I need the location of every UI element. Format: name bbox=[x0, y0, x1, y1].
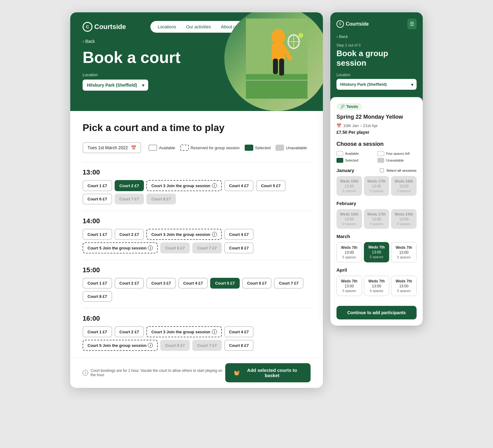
court-btn-3-2[interactable]: Court 3 Join the group sessioni bbox=[146, 326, 222, 337]
session-slot-1-0: Weds 10th 13:00 0 spaces bbox=[336, 209, 362, 229]
court-btn-3-5: Court 6 £7 bbox=[160, 340, 190, 351]
mobile-card: 🎾 Tennis Spring 22 Monday Yellow 📅 10th … bbox=[330, 97, 423, 326]
court-btn-2-7[interactable]: Court 8 £7 bbox=[83, 291, 112, 302]
slot-time: 13:00 bbox=[393, 184, 414, 188]
court-btn-2-5[interactable]: Court 6 £7 bbox=[242, 278, 272, 289]
slot-day: Weds 7th bbox=[339, 279, 359, 283]
session-slot-0-2: Weds 24th 13:00 0 spaces bbox=[391, 176, 417, 196]
mobile-location-select-wrap: Hilsbury Park (Sheffield) Meadowhill (Sh… bbox=[336, 79, 417, 90]
slot-spaces: 5 spaces bbox=[394, 289, 414, 293]
court-btn-1-2[interactable]: Court 3 Join the group sessioni bbox=[146, 229, 222, 240]
slot-time: 13:00 bbox=[394, 284, 414, 288]
court-btn-3-6: Court 7 £7 bbox=[192, 340, 222, 351]
slot-spaces: 0 spaces bbox=[393, 222, 414, 226]
court-btn-0-1[interactable]: Court 2 £7 bbox=[115, 180, 144, 191]
selected-box bbox=[245, 145, 253, 151]
court-btn-2-0[interactable]: Court 1 £7 bbox=[83, 278, 112, 289]
session-slot-3-2[interactable]: Weds 7th 13:00 5 spaces bbox=[391, 276, 417, 296]
ml-unavailable: Unavailable bbox=[377, 158, 417, 163]
court-btn-1-0[interactable]: Court 1 £7 bbox=[83, 229, 112, 240]
ml-few-spaces: Few spaces left bbox=[377, 151, 417, 156]
court-btn-0-0[interactable]: Court 1 £7 bbox=[83, 180, 112, 191]
date-value: Tues 1st March 2022 bbox=[88, 145, 128, 150]
date-picker[interactable]: Tues 1st March 2022 📅 bbox=[83, 142, 141, 153]
slot-day: Weds 17th bbox=[366, 179, 387, 183]
time-row-14:00: 14:00Court 1 £7Court 2 £7Court 3 Join th… bbox=[83, 211, 311, 260]
slot-time: 13:00 bbox=[366, 250, 387, 254]
slot-time: 13:00 bbox=[339, 250, 359, 255]
court-btn-1-3[interactable]: Court 4 £7 bbox=[224, 229, 254, 240]
time-row-13:00: 13:00Court 1 £7Court 2 £7Court 3 Join th… bbox=[83, 162, 311, 211]
session-slot-2-0[interactable]: Weds 7th 13:00 5 spaces bbox=[336, 242, 362, 262]
slot-spaces: 0 spaces bbox=[339, 189, 360, 193]
slot-spaces: 5 spaces bbox=[394, 255, 414, 259]
info-icon: i bbox=[212, 232, 217, 237]
sport-badge: 🎾 Tennis bbox=[336, 103, 362, 110]
slot-spaces: 5 spaces bbox=[366, 255, 387, 259]
court-btn-0-5[interactable]: Court 6 £7 bbox=[83, 194, 112, 204]
footer-note: i Court bookings are for 1 hour. Vacate … bbox=[83, 368, 225, 377]
month-title-0: January Select all sessions bbox=[336, 168, 417, 173]
hamburger-button[interactable]: ☰ bbox=[407, 18, 417, 29]
session-dates: 📅 10th Jan – 21st Apr bbox=[336, 123, 417, 128]
nav-locations[interactable]: Locations bbox=[158, 24, 176, 29]
ml-few-box bbox=[377, 151, 384, 156]
court-btn-0-4[interactable]: Court 5 £7 bbox=[256, 180, 286, 191]
court-btn-1-7[interactable]: Court 8 £7 bbox=[224, 242, 254, 253]
month-section-february: February Weds 10th 13:00 0 spaces Weds 1… bbox=[336, 201, 417, 229]
month-name-3: April bbox=[336, 267, 347, 273]
court-btn-2-3[interactable]: Court 4 £7 bbox=[178, 278, 208, 289]
month-section-april: April Weds 7th 13:00 5 spaces Weds 7th 1… bbox=[336, 267, 417, 296]
sessions-row-2: Weds 7th 13:00 5 spaces Weds 7th 13:00 5… bbox=[336, 242, 417, 262]
court-btn-1-1[interactable]: Court 2 £7 bbox=[115, 229, 144, 240]
court-btn-3-0[interactable]: Court 1 £7 bbox=[83, 326, 112, 337]
page-subtitle: Pick a court and a time to play bbox=[83, 122, 311, 134]
session-title: Spring 22 Monday Yellow bbox=[336, 114, 417, 120]
court-btn-2-4[interactable]: Court 5 £7 bbox=[210, 278, 240, 289]
court-btn-2-1[interactable]: Court 2 £7 bbox=[115, 278, 144, 289]
mobile-title: Book a group session bbox=[336, 49, 417, 68]
sessions-row-0: Weds 10th 13:00 0 spaces Weds 17th 13:00… bbox=[336, 176, 417, 196]
session-slot-3-0[interactable]: Weds 7th 13:00 5 spaces bbox=[336, 276, 362, 296]
legend-selected: Selected bbox=[245, 145, 271, 151]
court-btn-0-2[interactable]: Court 3 Join the group sessioni bbox=[146, 180, 222, 191]
continue-button[interactable]: Continue to add participants bbox=[336, 306, 417, 319]
session-slot-2-1[interactable]: Weds 7th 13:00 5 spaces bbox=[364, 242, 389, 262]
time-row-16:00: 16:00Court 1 £7Court 2 £7Court 3 Join th… bbox=[83, 308, 311, 357]
available-box bbox=[149, 145, 157, 151]
slot-day: Weds 17th bbox=[366, 212, 387, 216]
sessions-row-1: Weds 10th 13:00 0 spaces Weds 17th 13:00… bbox=[336, 209, 417, 229]
location-select-wrap: Hilsbury Park (Sheffield) Meadowhill (Sh… bbox=[83, 80, 148, 91]
location-select[interactable]: Hilsbury Park (Sheffield) Meadowhill (Sh… bbox=[83, 80, 148, 91]
nav-activities[interactable]: Our activities bbox=[186, 24, 211, 29]
mobile-back-button[interactable]: ‹ Back bbox=[336, 34, 417, 39]
court-btn-1-6: Court 7 £7 bbox=[192, 242, 222, 253]
court-btn-2-6[interactable]: Court 7 £7 bbox=[274, 278, 304, 289]
ml-available-box bbox=[336, 151, 343, 156]
court-btn-0-6: Court 7 £7 bbox=[115, 194, 144, 204]
add-to-basket-button[interactable]: 🧺 Add selected courts to basket bbox=[225, 363, 311, 382]
tennis-icon: 🎾 bbox=[340, 105, 345, 109]
court-btn-3-1[interactable]: Court 2 £7 bbox=[115, 326, 144, 337]
court-btn-1-5: Court 6 £7 bbox=[160, 242, 190, 253]
month-title-1: February bbox=[336, 201, 417, 206]
calendar-icon-mobile: 📅 bbox=[336, 123, 341, 128]
select-all-checkbox[interactable]: Select all sessions bbox=[380, 168, 417, 172]
sessions-row-3: Weds 7th 13:00 5 spaces Weds 7th 13:00 5… bbox=[336, 276, 417, 296]
court-btn-0-3[interactable]: Court 4 £7 bbox=[224, 180, 254, 191]
court-btn-1-4[interactable]: Court 5 Join the group sessioni bbox=[83, 242, 158, 253]
court-btn-3-7[interactable]: Court 8 £7 bbox=[224, 340, 254, 351]
slot-day: Weds 7th bbox=[394, 279, 414, 283]
time-slots-container: 13:00Court 1 £7Court 2 £7Court 3 Join th… bbox=[83, 162, 311, 357]
legend-available: Available bbox=[149, 145, 175, 151]
slot-spaces: 0 spaces bbox=[339, 222, 360, 226]
court-btn-3-4[interactable]: Court 5 Join the group sessioni bbox=[83, 340, 158, 351]
slot-time: 13:00 bbox=[339, 284, 359, 288]
court-btn-2-2[interactable]: Court 3 £7 bbox=[146, 278, 176, 289]
courts-grid-15:00: Court 1 £7Court 2 £7Court 3 £7Court 4 £7… bbox=[83, 278, 311, 302]
mobile-location-select[interactable]: Hilsbury Park (Sheffield) Meadowhill (Sh… bbox=[336, 79, 417, 90]
court-btn-3-3[interactable]: Court 4 £7 bbox=[224, 326, 254, 337]
legend: Available Reserved for group session Sel… bbox=[149, 145, 307, 151]
session-slot-2-2[interactable]: Weds 7th 13:00 5 spaces bbox=[391, 242, 417, 262]
session-slot-3-1[interactable]: Weds 7th 13:00 5 spaces bbox=[364, 276, 389, 296]
